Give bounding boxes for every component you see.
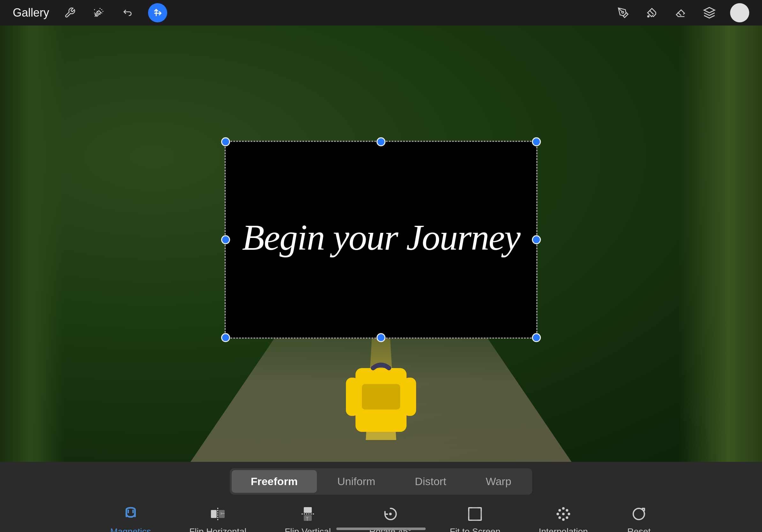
layers-icon[interactable] bbox=[701, 5, 717, 21]
reset-button[interactable]: Reset bbox=[607, 501, 671, 532]
handle-bottom-right[interactable] bbox=[532, 333, 541, 342]
handle-bottom-left[interactable] bbox=[221, 333, 230, 342]
fit-to-screen-button[interactable]: Fit to Screen bbox=[431, 501, 520, 532]
rotate-icon bbox=[382, 504, 399, 523]
scroll-indicator bbox=[336, 528, 426, 530]
svg-point-24 bbox=[566, 509, 568, 511]
svg-point-26 bbox=[566, 516, 568, 519]
forest-right bbox=[679, 26, 762, 462]
tab-distort[interactable]: Distort bbox=[396, 470, 465, 493]
magnetics-icon bbox=[122, 504, 139, 523]
handle-bottom-mid[interactable] bbox=[377, 333, 385, 342]
fit-to-screen-label: Fit to Screen bbox=[450, 527, 501, 532]
svg-point-20 bbox=[562, 518, 565, 521]
svg-marker-3 bbox=[704, 7, 715, 13]
svg-point-21 bbox=[557, 512, 559, 515]
magnetics-label: Magnetics bbox=[111, 527, 151, 532]
svg-point-22 bbox=[568, 512, 570, 515]
avatar[interactable] bbox=[730, 3, 749, 22]
svg-rect-6 bbox=[346, 378, 359, 416]
svg-point-19 bbox=[562, 507, 565, 510]
text-layer[interactable]: Begin your Journey bbox=[225, 141, 537, 339]
top-toolbar: Gallery bbox=[0, 0, 762, 26]
interpolation-label: Interpolation bbox=[539, 527, 588, 532]
canvas-text: Begin your Journey bbox=[242, 218, 520, 258]
flip-vertical-icon bbox=[299, 504, 317, 523]
handle-right-mid[interactable] bbox=[532, 235, 541, 244]
svg-rect-17 bbox=[469, 508, 481, 520]
svg-rect-5 bbox=[362, 384, 400, 410]
handle-top-left[interactable] bbox=[221, 137, 230, 146]
svg-rect-7 bbox=[403, 378, 416, 416]
flip-vertical-label: Flip Vertical bbox=[285, 527, 331, 532]
eraser-icon[interactable] bbox=[673, 5, 689, 21]
reset-label: Reset bbox=[627, 527, 650, 532]
gallery-link[interactable]: Gallery bbox=[13, 6, 49, 20]
handle-top-right[interactable] bbox=[532, 137, 541, 146]
flip-horizontal-icon bbox=[209, 504, 227, 523]
backpack-figure bbox=[320, 359, 442, 462]
svg-point-23 bbox=[559, 509, 561, 511]
bottom-toolbar: Freeform Uniform Distort Warp Magn bbox=[0, 462, 762, 532]
canvas-area[interactable]: Begin your Journey bbox=[0, 26, 762, 462]
tab-uniform[interactable]: Uniform bbox=[318, 470, 394, 493]
svg-point-1 bbox=[622, 12, 624, 13]
handle-left-mid[interactable] bbox=[221, 235, 230, 244]
svg-point-16 bbox=[389, 512, 392, 515]
interpolation-icon bbox=[555, 504, 572, 523]
flip-horizontal-label: Flip Horizontal bbox=[189, 527, 246, 532]
history-icon[interactable] bbox=[119, 5, 135, 21]
forest-left bbox=[0, 26, 64, 462]
pen-icon[interactable] bbox=[615, 5, 631, 21]
transform-icon[interactable] bbox=[148, 3, 167, 22]
reset-icon bbox=[630, 504, 648, 523]
eyedropper-icon[interactable] bbox=[644, 5, 660, 21]
svg-point-25 bbox=[559, 516, 561, 519]
handle-top-mid[interactable] bbox=[377, 137, 385, 146]
interpolation-button[interactable]: Interpolation bbox=[519, 501, 607, 532]
transform-tab-bar: Freeform Uniform Distort Warp bbox=[230, 468, 533, 495]
fit-to-screen-icon bbox=[466, 504, 484, 523]
flip-horizontal-button[interactable]: Flip Horizontal bbox=[170, 501, 266, 532]
tab-freeform[interactable]: Freeform bbox=[232, 470, 317, 493]
magic-wand-icon[interactable] bbox=[91, 5, 107, 21]
svg-point-18 bbox=[562, 512, 565, 515]
wrench-icon[interactable] bbox=[62, 5, 78, 21]
magnetics-button[interactable]: Magnetics bbox=[91, 501, 170, 532]
tab-warp[interactable]: Warp bbox=[467, 470, 530, 493]
